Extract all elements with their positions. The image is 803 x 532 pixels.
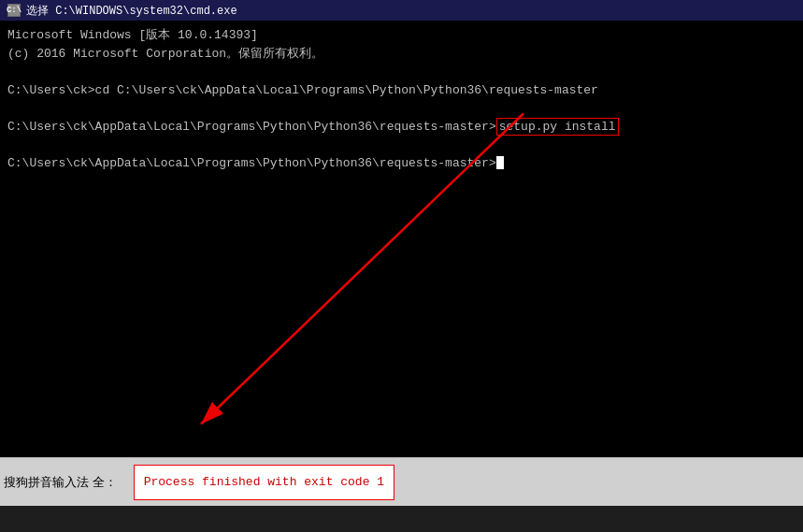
cursor [496,156,504,169]
terminal-window: Microsoft Windows [版本 10.0.14393] (c) 20… [0,21,803,457]
process-finished-box: Process finished with exit code 1 [134,465,394,500]
titlebar-title: 选择 C:\WINDOWS\system32\cmd.exe [26,3,237,19]
terminal-line-4: C:\Users\ck>cd C:\Users\ck\AppData\Local… [7,81,796,100]
terminal-line-5 [7,99,796,118]
bottom-area: 搜狗拼音输入法 全： Process finished with exit co… [0,457,803,506]
terminal-line-8: C:\Users\ck\AppData\Local\Programs\Pytho… [7,154,796,173]
cmd-icon: C:\ [7,4,21,17]
titlebar: C:\ 选择 C:\WINDOWS\system32\cmd.exe [0,0,803,21]
highlighted-command: setup.py install [496,118,619,136]
terminal-line-6: C:\Users\ck\AppData\Local\Programs\Pytho… [7,118,796,137]
ime-label: 搜狗拼音输入法 全： [4,474,117,491]
terminal-line-1: Microsoft Windows [版本 10.0.14393] [7,26,796,45]
process-finished-text: Process finished with exit code 1 [144,475,384,489]
terminal-line-2: (c) 2016 Microsoft Corporation。保留所有权利。 [7,45,796,64]
terminal-line-7 [7,136,796,154]
terminal-line-3 [7,63,796,81]
